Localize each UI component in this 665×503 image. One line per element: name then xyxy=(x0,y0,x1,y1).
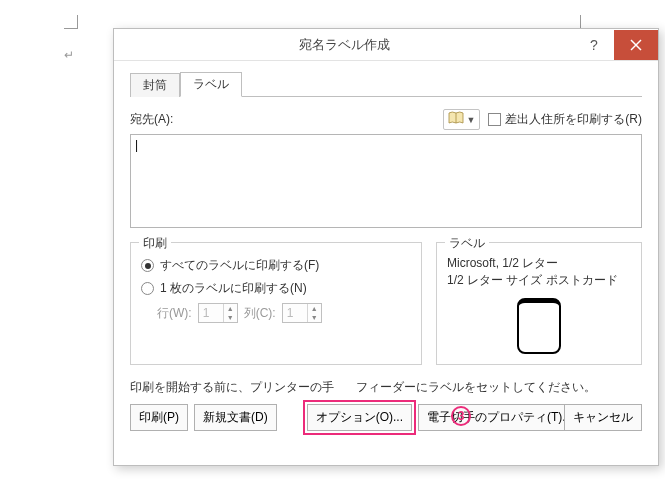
eproperties-button[interactable]: 電子切手のプロパティ(T)... xyxy=(418,404,581,431)
print-button[interactable]: 印刷(P) xyxy=(130,404,188,431)
radio-all-labels[interactable] xyxy=(141,259,154,272)
label-info-line1: Microsoft, 1/2 レター xyxy=(447,255,631,272)
row-spinner[interactable]: 1 ▲▼ xyxy=(198,303,238,323)
tab-label[interactable]: ラベル xyxy=(180,72,242,97)
help-button[interactable]: ? xyxy=(574,30,614,60)
chevron-down-icon: ▼ xyxy=(224,313,237,322)
tab-envelope[interactable]: 封筒 xyxy=(130,73,180,97)
col-label: 列(C): xyxy=(244,305,276,322)
book-icon xyxy=(448,111,464,128)
return-address-label: 差出人住所を印刷する(R) xyxy=(505,111,642,128)
radio-single-label[interactable] xyxy=(141,282,154,295)
print-group-title: 印刷 xyxy=(139,235,171,252)
label-info-line2: 1/2 レター サイズ ポストカード xyxy=(447,272,631,289)
label-group: ラベル Microsoft, 1/2 レター 1/2 レター サイズ ポストカー… xyxy=(436,242,642,365)
ruler-corner-left xyxy=(64,15,78,29)
row-value: 1 xyxy=(203,306,210,320)
row-label: 行(W): xyxy=(157,305,192,322)
label-group-title: ラベル xyxy=(445,235,489,252)
address-textarea[interactable]: | xyxy=(130,134,642,228)
annotation-badge-3: 3 xyxy=(451,406,471,426)
return-address-checkbox[interactable] xyxy=(488,113,501,126)
chevron-up-icon: ▲ xyxy=(224,304,237,313)
address-label: 宛先(A): xyxy=(130,111,173,128)
col-spinner[interactable]: 1 ▲▼ xyxy=(282,303,322,323)
ruler-corner-right xyxy=(580,15,594,29)
chevron-up-icon: ▲ xyxy=(308,304,321,313)
tabs-bar: 封筒 ラベル xyxy=(130,73,642,97)
label-preview-icon xyxy=(517,298,561,354)
options-button[interactable]: オプション(O)... xyxy=(307,404,412,431)
new-document-button[interactable]: 新規文書(D) xyxy=(194,404,277,431)
col-value: 1 xyxy=(287,306,294,320)
chevron-down-icon: ▼ xyxy=(466,115,475,125)
chevron-down-icon: ▼ xyxy=(308,313,321,322)
close-button[interactable] xyxy=(614,30,658,60)
close-icon xyxy=(630,39,642,51)
pilcrow-mark: ↵ xyxy=(64,48,74,62)
labels-dialog: 宛名ラベル作成 ? 封筒 ラベル 宛先(A): xyxy=(113,28,659,466)
text-cursor: | xyxy=(135,138,138,152)
radio-all-labels-label: すべてのラベルに印刷する(F) xyxy=(160,257,319,274)
address-book-button[interactable]: ▼ xyxy=(443,109,480,130)
instruction-text: 印刷を開始する前に、プリンターの手フィーダーにラベルをセットしてください。 xyxy=(130,379,642,396)
radio-single-label-label: 1 枚のラベルに印刷する(N) xyxy=(160,280,307,297)
dialog-title: 宛名ラベル作成 xyxy=(114,36,574,54)
cancel-button[interactable]: キャンセル xyxy=(564,404,642,431)
titlebar: 宛名ラベル作成 ? xyxy=(114,29,658,61)
print-group: 印刷 すべてのラベルに印刷する(F) 1 枚のラベルに印刷する(N) 行(W):… xyxy=(130,242,422,365)
